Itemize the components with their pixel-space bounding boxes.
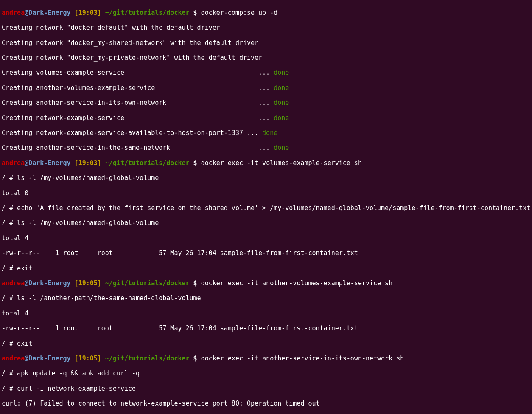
prompt-host: Dark-Energy [28,9,70,17]
prompt-at: @ [25,355,28,362]
shell-line: / # curl -I network-example-service [2,385,530,393]
shell-line: curl: (7) Failed to connect to network-e… [2,400,530,408]
prompt-dollar: $ [190,9,201,17]
prompt-dollar: $ [190,355,201,362]
service-create: Creating another-volumes-example-service… [2,84,274,92]
prompt-at: @ [25,279,28,287]
shell-line: total 0 [2,190,530,197]
shell-line: total 4 [2,235,530,242]
prompt-host: Dark-Energy [28,159,70,167]
prompt-line: andrea@Dark-Energy [19:05] ~/git/tutoria… [2,280,530,287]
shell-line: / # apk update -q && apk add curl -q [2,370,530,377]
shell-line: / # ls -l /another-path/the-same-named-g… [2,295,530,302]
command: docker exec -it volumes-example-service … [201,159,362,167]
prompt-line: andrea@Dark-Energy [19:05] ~/git/tutoria… [2,355,530,363]
service-create: Creating network-example-service ... [2,114,274,122]
prompt-dollar: $ [190,159,201,167]
output-line: Creating network "docker_my-shared-netwo… [2,39,530,47]
service-create: Creating network-example-service-availab… [2,129,262,137]
service-create: Creating volumes-example-service ... [2,69,274,76]
prompt-path: ~/git/tutorials/docker [105,9,190,17]
prompt-host: Dark-Energy [28,279,70,287]
shell-line: / # exit [2,265,530,273]
shell-line: -rw-r--r-- 1 root root 57 May 26 17:04 s… [2,325,530,332]
output-line: Creating volumes-example-service ... don… [2,69,530,77]
prompt-line: andrea@Dark-Energy [19:03] ~/git/tutoria… [2,160,530,167]
prompt-time: [19:03] [75,9,101,17]
shell-line: -rw-r--r-- 1 root root 57 May 26 17:04 s… [2,250,530,257]
status-done: done [274,84,289,92]
prompt-time: [19:03] [75,159,101,167]
status-done: done [274,99,289,107]
prompt-at: @ [25,9,28,17]
output-line: Creating network "docker_my-private-netw… [2,54,530,62]
command: docker-compose up -d [201,9,278,17]
command: docker exec -it another-service-in-its-o… [201,355,404,362]
output-line: Creating another-service-in-the-same-net… [2,144,530,152]
prompt-time: [19:05] [75,279,101,287]
service-create: Creating another-service-in-its-own-netw… [2,99,274,107]
prompt-host: Dark-Energy [28,355,70,362]
prompt-path: ~/git/tutorials/docker [105,279,190,287]
shell-line: / # exit [2,340,530,348]
service-create: Creating another-service-in-the-same-net… [2,144,274,152]
status-done: done [274,144,289,152]
prompt-time: [19:05] [75,355,101,362]
status-done: done [262,129,277,137]
output-line: Creating network "docker_default" with t… [2,24,530,32]
output-line: Creating network-example-service ... don… [2,115,530,122]
status-done: done [274,114,289,122]
prompt-path: ~/git/tutorials/docker [105,159,190,167]
prompt-user: andrea [2,279,25,287]
prompt-path: ~/git/tutorials/docker [105,355,190,362]
shell-line: / # echo 'A file created by the first se… [2,205,530,212]
output-line: Creating another-service-in-its-own-netw… [2,99,530,107]
prompt-dollar: $ [190,279,201,287]
shell-line: / # ls -l /my-volumes/named-global-volum… [2,175,530,182]
prompt-line: andrea@Dark-Energy [19:03] ~/git/tutoria… [2,9,530,17]
shell-line: / # ls -l /my-volumes/named-global-volum… [2,220,530,227]
prompt-at: @ [25,159,28,167]
output-line: Creating another-volumes-example-service… [2,84,530,92]
prompt-user: andrea [2,159,25,167]
terminal[interactable]: andrea@Dark-Energy [19:03] ~/git/tutoria… [0,0,532,414]
shell-line: total 4 [2,310,530,318]
status-done: done [274,69,289,76]
output-line: Creating network-example-service-availab… [2,130,530,137]
prompt-user: andrea [2,355,25,362]
command: docker exec -it another-volumes-example-… [201,279,393,287]
prompt-user: andrea [2,9,25,17]
